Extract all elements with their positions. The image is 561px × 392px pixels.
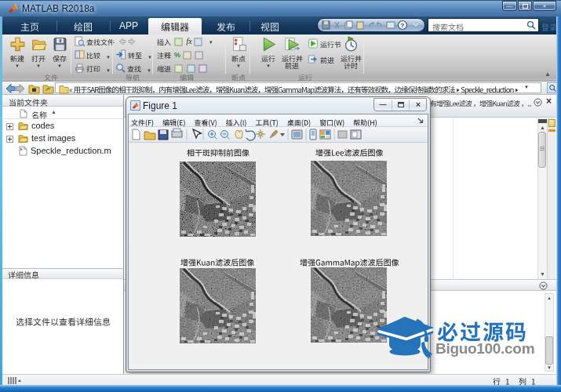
svg-text:?: ? — [401, 22, 405, 29]
